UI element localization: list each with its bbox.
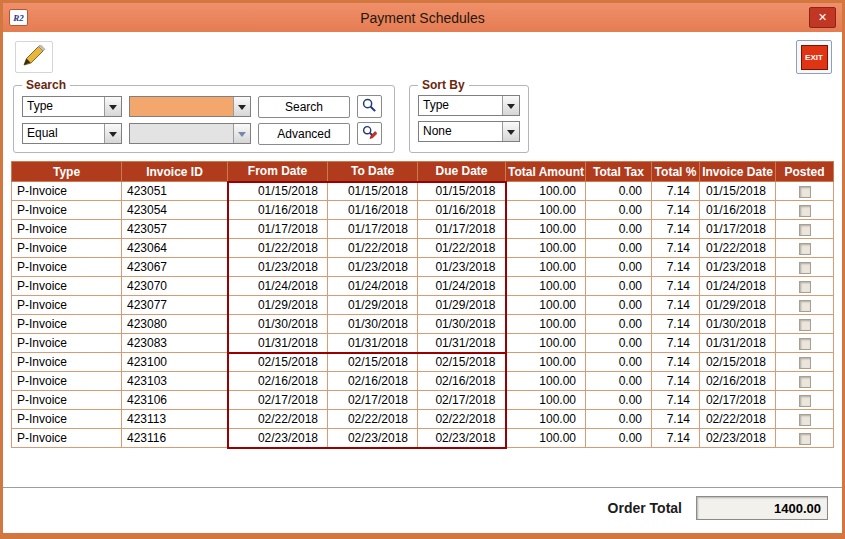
cell-total-amount: 100.00 xyxy=(506,258,586,277)
cell-to-date: 02/15/2018 xyxy=(328,353,418,372)
cell-total-amount: 100.00 xyxy=(506,372,586,391)
chevron-down-icon[interactable] xyxy=(104,124,121,143)
advanced-button[interactable]: Advanced xyxy=(258,123,350,145)
cell-total-tax: 0.00 xyxy=(586,258,652,277)
cell-due-date: 01/23/2018 xyxy=(418,258,506,277)
cell-total-tax: 0.00 xyxy=(586,353,652,372)
chevron-down-icon[interactable] xyxy=(502,96,519,115)
table-row[interactable]: P-Invoice42305101/15/201801/15/201801/15… xyxy=(12,182,834,201)
cell-from-date: 02/17/2018 xyxy=(228,391,328,410)
cell-total-tax: 0.00 xyxy=(586,429,652,448)
cell-total-: 7.14 xyxy=(652,182,700,201)
cell-from-date: 01/30/2018 xyxy=(228,315,328,334)
cell-to-date: 02/23/2018 xyxy=(328,429,418,448)
cell-posted xyxy=(776,258,834,277)
column-header-type[interactable]: Type xyxy=(12,162,122,182)
cell-type: P-Invoice xyxy=(12,429,122,448)
search-operator-combo[interactable]: Equal xyxy=(22,123,122,144)
posted-checkbox[interactable] xyxy=(799,186,811,198)
table-row[interactable]: P-Invoice42308001/30/201801/30/201801/30… xyxy=(12,315,834,334)
column-header-invoice-id[interactable]: Invoice ID xyxy=(122,162,228,182)
column-header-total-[interactable]: Total % xyxy=(652,162,700,182)
column-header-invoice-date[interactable]: Invoice Date xyxy=(700,162,776,182)
chevron-down-icon[interactable] xyxy=(104,97,121,116)
order-total-label: Order Total xyxy=(608,500,682,516)
cell-from-date: 01/15/2018 xyxy=(228,182,328,201)
table-row[interactable]: P-Invoice42311302/22/201802/22/201802/22… xyxy=(12,410,834,429)
posted-checkbox[interactable] xyxy=(799,281,811,293)
filter-area: Search Type Search xyxy=(3,78,842,153)
table-body: P-Invoice42305101/15/201801/15/201801/15… xyxy=(12,182,834,448)
table-row[interactable]: P-Invoice42306701/23/201801/23/201801/23… xyxy=(12,258,834,277)
posted-checkbox[interactable] xyxy=(799,395,811,407)
column-header-to-date[interactable]: To Date xyxy=(328,162,418,182)
cell-due-date: 01/16/2018 xyxy=(418,201,506,220)
close-button[interactable]: ✕ xyxy=(809,7,836,28)
column-header-posted[interactable]: Posted xyxy=(776,162,834,182)
posted-checkbox[interactable] xyxy=(799,376,811,388)
sort-primary-value: Type xyxy=(419,96,502,115)
payment-schedule-grid: TypeInvoice IDFrom DateTo DateDue DateTo… xyxy=(11,161,834,449)
table-row[interactable]: P-Invoice42310302/16/201802/16/201802/16… xyxy=(12,372,834,391)
sort-secondary-combo[interactable]: None xyxy=(418,121,520,142)
cell-total-tax: 0.00 xyxy=(586,220,652,239)
chevron-down-icon[interactable] xyxy=(502,122,519,141)
cell-due-date: 02/16/2018 xyxy=(418,372,506,391)
search-grid: Type Search Equal xyxy=(22,95,386,145)
search-button[interactable]: Search xyxy=(258,96,350,118)
posted-checkbox[interactable] xyxy=(799,433,811,445)
cell-total-amount: 100.00 xyxy=(506,296,586,315)
cell-invoice-date: 01/29/2018 xyxy=(700,296,776,315)
cell-invoice-id: 423083 xyxy=(122,334,228,353)
cell-type: P-Invoice xyxy=(12,296,122,315)
footer: Order Total 1400.00 xyxy=(3,489,842,533)
cell-total-tax: 0.00 xyxy=(586,372,652,391)
posted-checkbox[interactable] xyxy=(799,357,811,369)
cell-invoice-id: 423103 xyxy=(122,372,228,391)
posted-checkbox[interactable] xyxy=(799,414,811,426)
posted-checkbox[interactable] xyxy=(799,262,811,274)
table-row[interactable]: P-Invoice42308301/31/201801/31/201801/31… xyxy=(12,334,834,353)
cell-from-date: 01/24/2018 xyxy=(228,277,328,296)
cell-total-amount: 100.00 xyxy=(506,315,586,334)
posted-checkbox[interactable] xyxy=(799,243,811,255)
posted-checkbox[interactable] xyxy=(799,205,811,217)
cell-from-date: 02/15/2018 xyxy=(228,353,328,372)
posted-checkbox[interactable] xyxy=(799,338,811,350)
posted-checkbox[interactable] xyxy=(799,319,811,331)
find-button[interactable] xyxy=(357,95,382,118)
chevron-down-icon[interactable] xyxy=(233,97,250,116)
search-value-combo[interactable] xyxy=(129,96,251,117)
sort-primary-combo[interactable]: Type xyxy=(418,95,520,116)
cell-invoice-id: 423057 xyxy=(122,220,228,239)
cell-invoice-id: 423080 xyxy=(122,315,228,334)
column-header-total-tax[interactable]: Total Tax xyxy=(586,162,652,182)
posted-checkbox[interactable] xyxy=(799,300,811,312)
cell-total-: 7.14 xyxy=(652,220,700,239)
edit-button[interactable] xyxy=(15,41,53,73)
cell-from-date: 01/23/2018 xyxy=(228,258,328,277)
search-field-combo[interactable]: Type xyxy=(22,96,122,117)
table-row[interactable]: P-Invoice42307701/29/201801/29/201801/29… xyxy=(12,296,834,315)
cell-invoice-date: 02/16/2018 xyxy=(700,372,776,391)
table-row[interactable]: P-Invoice42306401/22/201801/22/201801/22… xyxy=(12,239,834,258)
column-header-from-date[interactable]: From Date xyxy=(228,162,328,182)
sortby-groupbox: Sort By Type None xyxy=(409,78,529,153)
sortby-legend: Sort By xyxy=(418,78,469,92)
cell-from-date: 01/22/2018 xyxy=(228,239,328,258)
cell-invoice-id: 423077 xyxy=(122,296,228,315)
advanced-find-button[interactable] xyxy=(357,122,382,145)
table-row[interactable]: P-Invoice42310602/17/201802/17/201802/17… xyxy=(12,391,834,410)
exit-button[interactable]: EXIT xyxy=(796,40,832,74)
column-header-total-amount[interactable]: Total Amount xyxy=(506,162,586,182)
posted-checkbox[interactable] xyxy=(799,224,811,236)
table-row[interactable]: P-Invoice42311602/23/201802/23/201802/23… xyxy=(12,429,834,448)
search-value2-text xyxy=(130,124,233,143)
table-row[interactable]: P-Invoice42305401/16/201801/16/201801/16… xyxy=(12,201,834,220)
cell-due-date: 01/15/2018 xyxy=(418,182,506,201)
table-row[interactable]: P-Invoice42310002/15/201802/15/201802/15… xyxy=(12,353,834,372)
table-row[interactable]: P-Invoice42305701/17/201801/17/201801/17… xyxy=(12,220,834,239)
cell-invoice-date: 02/23/2018 xyxy=(700,429,776,448)
column-header-due-date[interactable]: Due Date xyxy=(418,162,506,182)
table-row[interactable]: P-Invoice42307001/24/201801/24/201801/24… xyxy=(12,277,834,296)
